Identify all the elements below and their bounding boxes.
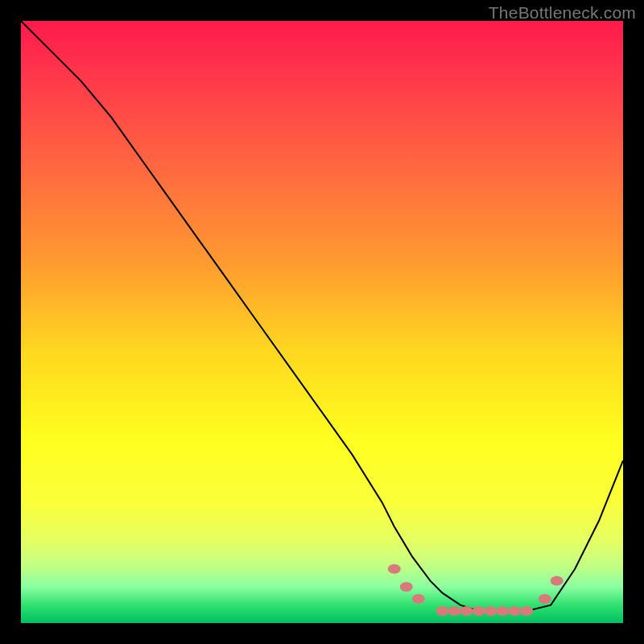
marker-point	[551, 576, 564, 586]
marker-group	[388, 564, 564, 616]
marker-point	[496, 606, 509, 616]
marker-point	[473, 606, 485, 616]
marker-point	[412, 594, 425, 604]
marker-point	[484, 606, 497, 616]
marker-point	[508, 606, 521, 616]
marker-point	[448, 606, 461, 616]
plot-area	[21, 21, 623, 623]
curve-layer	[21, 21, 623, 623]
marker-point	[436, 606, 449, 616]
marker-point	[539, 594, 551, 604]
marker-point	[388, 564, 401, 574]
marker-point	[460, 606, 473, 616]
marker-point	[400, 582, 413, 592]
marker-point	[520, 606, 533, 616]
bottleneck-curve	[21, 21, 623, 611]
chart-stage: TheBottleneck.com	[0, 0, 644, 644]
watermark-text: TheBottleneck.com	[489, 3, 636, 23]
